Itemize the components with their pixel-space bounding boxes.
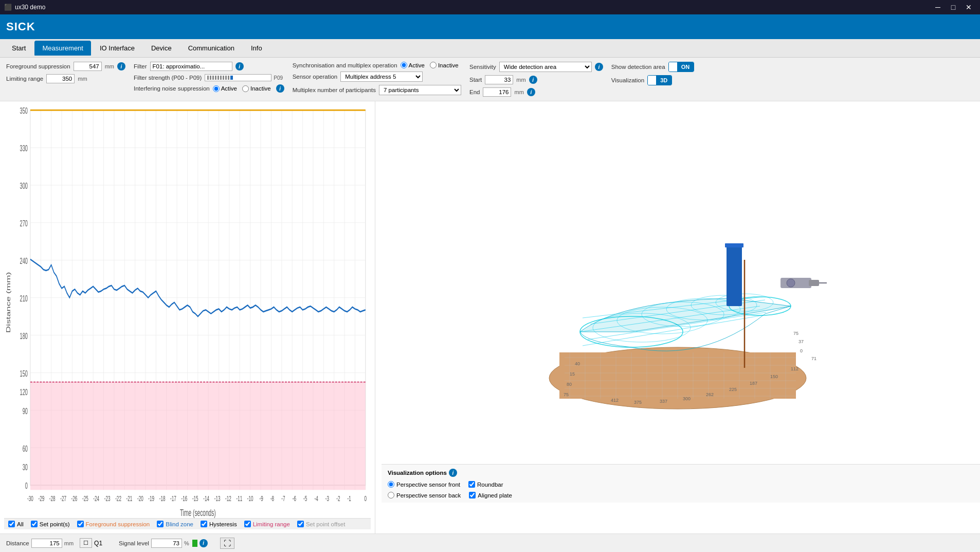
checkbox-set-points-input[interactable] (31, 521, 38, 527)
sync-active-radio[interactable] (401, 62, 407, 68)
svg-text:112: 112 (791, 366, 798, 371)
svg-text:187: 187 (750, 381, 757, 386)
interfering-noise-info-icon[interactable]: i (276, 84, 284, 93)
sensitivity-info-icon[interactable]: i (595, 63, 603, 71)
svg-text:-25: -25 (82, 494, 88, 503)
start-input[interactable] (485, 75, 513, 84)
end-row: End mm i (469, 87, 603, 97)
svg-text:-20: -20 (137, 494, 143, 503)
perspective-front-radio[interactable] (388, 481, 394, 488)
viz-3d-part[interactable]: 3D (656, 76, 672, 85)
svg-text:412: 412 (611, 398, 619, 403)
checkbox-spo-label: Set point offset (306, 521, 346, 527)
interfering-inactive-option[interactable]: Inactive (242, 85, 271, 92)
svg-text:Time (seconds): Time (seconds) (180, 508, 216, 518)
end-input[interactable] (483, 87, 511, 97)
sync-inactive-radio[interactable] (430, 62, 437, 68)
checkbox-limit-input[interactable] (244, 521, 251, 527)
perspective-front-option[interactable]: Perspective sensor front (388, 481, 460, 488)
svg-text:150: 150 (770, 374, 778, 379)
filter-dropdown-wrapper: F01: approximatio... (150, 62, 232, 71)
tab-communication[interactable]: Communication (180, 41, 242, 56)
signal-level-info-icon[interactable]: i (199, 539, 208, 547)
svg-text:300: 300 (20, 181, 28, 191)
sensitivity-dropdown[interactable]: Wide detection area (499, 62, 592, 72)
tab-device[interactable]: Device (143, 41, 179, 56)
svg-text:300: 300 (683, 396, 691, 401)
chart-checkboxes: All Set point(s) Foreground suppression … (4, 518, 371, 529)
filter-info-icon[interactable]: i (235, 62, 244, 70)
main-content: Foreground suppression mm i Limiting ran… (0, 58, 980, 552)
foreground-suppression-info-icon[interactable]: i (117, 62, 125, 70)
start-info-icon[interactable]: i (529, 76, 537, 84)
svg-text:-4: -4 (314, 494, 318, 503)
aligned-plate-checkbox[interactable] (469, 492, 476, 498)
col3-controls: Synchronisation and multiplex operation … (293, 62, 461, 95)
maximize-button[interactable]: □ (946, 0, 960, 14)
multiplex-participants-dropdown[interactable]: 7 participants (379, 85, 461, 95)
minimize-button[interactable]: ─ (931, 0, 945, 14)
end-info-icon[interactable]: i (527, 88, 535, 96)
checkbox-spo-input[interactable] (297, 521, 304, 527)
sync-inactive-option[interactable]: Inactive (430, 62, 459, 68)
signal-level-value[interactable] (151, 539, 182, 548)
interfering-active-radio[interactable] (213, 85, 220, 92)
toggle-on-part[interactable]: ON (677, 62, 694, 72)
viz-off-part[interactable] (648, 76, 656, 85)
svg-text:30: 30 (23, 462, 28, 472)
checkbox-all[interactable]: All (8, 521, 24, 527)
svg-rect-130 (725, 243, 743, 247)
svg-text:-16: -16 (182, 494, 188, 503)
col2-controls: Filter F01: approximatio... i Filter str… (134, 62, 284, 93)
svg-text:330: 330 (20, 144, 28, 153)
tab-info[interactable]: Info (243, 41, 270, 56)
sync-active-option[interactable]: Active (401, 62, 425, 68)
tick-2 (210, 76, 211, 80)
filter-strength-end-label: P09 (274, 75, 283, 81)
perspective-back-option[interactable]: Perspective sensor back (388, 492, 461, 498)
checkbox-fg-label: Foreground suppression (86, 521, 150, 527)
checkbox-all-input[interactable] (8, 521, 15, 527)
filter-dropdown[interactable]: F01: approximatio... (150, 62, 232, 71)
aligned-plate-option[interactable]: Aligned plate (469, 492, 512, 498)
svg-text:375: 375 (634, 400, 642, 405)
limiting-range-input[interactable] (46, 74, 75, 83)
checkbox-hysteresis[interactable]: Hysteresis (201, 521, 237, 527)
app-icon: ⬛ (4, 4, 12, 11)
viz-options-title: Visualization options i (388, 469, 980, 477)
filter-strength-slider[interactable] (205, 74, 271, 81)
show-detection-toggle[interactable]: ON (668, 62, 695, 72)
tab-io-interface[interactable]: IO Interface (92, 41, 142, 56)
expand-button[interactable]: ⛶ (220, 538, 234, 549)
svg-text:-2: -2 (336, 494, 340, 503)
viz-options: Visualization options i Perspective sens… (382, 464, 980, 503)
roundbar-option[interactable]: Roundbar (468, 481, 503, 488)
foreground-suppression-input[interactable] (74, 62, 102, 71)
svg-text:-1: -1 (348, 494, 351, 503)
svg-text:-5: -5 (303, 494, 307, 503)
visualization-toggle[interactable]: 3D (647, 75, 672, 85)
distance-value[interactable] (31, 539, 62, 548)
toggle-off-part[interactable] (669, 62, 677, 72)
checkbox-set-points[interactable]: Set point(s) (31, 521, 70, 527)
checkbox-blind-input[interactable] (157, 521, 164, 527)
tab-measurement[interactable]: Measurement (34, 41, 90, 56)
interfering-inactive-radio[interactable] (242, 85, 249, 92)
sensor-operation-dropdown[interactable]: Multiplex address 5 (340, 72, 423, 82)
interfering-active-option[interactable]: Active (213, 85, 237, 92)
tab-start[interactable]: Start (4, 41, 33, 56)
close-button[interactable]: ✕ (961, 0, 976, 14)
checkbox-blind-zone[interactable]: Blind zone (157, 521, 193, 527)
interfering-noise-radio-group: Active Inactive i (213, 84, 284, 93)
checkbox-hyst-input[interactable] (201, 521, 207, 527)
checkbox-foreground-suppression[interactable]: Foreground suppression (77, 521, 150, 527)
filter-strength-slider-area: P09 (205, 74, 283, 81)
checkbox-set-point-offset[interactable]: Set point offset (297, 521, 346, 527)
sensor-operation-label: Sensor operation (293, 74, 338, 80)
roundbar-checkbox[interactable] (468, 481, 475, 488)
col5-controls: Show detection area ON Visualization 3D (611, 62, 694, 85)
perspective-back-radio[interactable] (388, 492, 394, 498)
viz-options-info-icon[interactable]: i (449, 469, 457, 477)
checkbox-limiting-range[interactable]: Limiting range (244, 521, 290, 527)
checkbox-fg-input[interactable] (77, 521, 84, 527)
